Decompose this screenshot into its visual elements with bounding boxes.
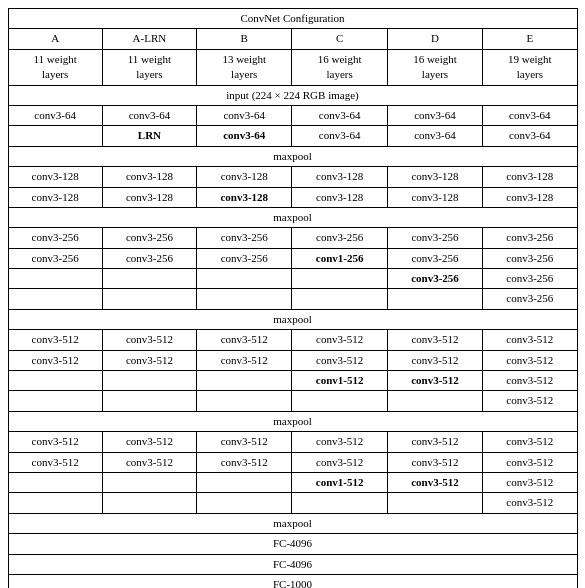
block3-row4: conv3-256 xyxy=(8,289,577,309)
col-alrn-layers: 11 weightlayers xyxy=(102,49,196,85)
col-e-label: E xyxy=(483,29,577,49)
b5r2-e: conv3-512 xyxy=(483,452,577,472)
b5r1-b: conv3-512 xyxy=(197,432,292,452)
col-c-label: C xyxy=(292,29,387,49)
col-b-label: B xyxy=(197,29,292,49)
b3r3-d: conv3-256 xyxy=(387,269,482,289)
b2r1-e: conv3-128 xyxy=(483,167,577,187)
fc2-label: FC-4096 xyxy=(8,554,577,574)
b5r4-e: conv3-512 xyxy=(483,493,577,513)
block5-row1: conv3-512 conv3-512 conv3-512 conv3-512 … xyxy=(8,432,577,452)
b1r2-c: conv3-64 xyxy=(292,126,387,146)
b3r2-d: conv3-256 xyxy=(387,248,482,268)
b3r3-a xyxy=(8,269,102,289)
block4-row3: conv1-512 conv3-512 conv3-512 xyxy=(8,371,577,391)
b3r1-a: conv3-256 xyxy=(8,228,102,248)
b3r4-e: conv3-256 xyxy=(483,289,577,309)
b1r2-alrn: LRN xyxy=(102,126,196,146)
b1r1-e: conv3-64 xyxy=(483,105,577,125)
col-e-layers: 19 weightlayers xyxy=(483,49,577,85)
b2r2-alrn: conv3-128 xyxy=(102,187,196,207)
b4r1-a: conv3-512 xyxy=(8,330,102,350)
b5r2-c: conv3-512 xyxy=(292,452,387,472)
col-layers-row: 11 weightlayers 11 weightlayers 13 weigh… xyxy=(8,49,577,85)
b5r3-d: conv3-512 xyxy=(387,472,482,492)
b2r2-e: conv3-128 xyxy=(483,187,577,207)
b4r2-c: conv3-512 xyxy=(292,350,387,370)
b5r2-alrn: conv3-512 xyxy=(102,452,196,472)
col-a-label: A xyxy=(8,29,102,49)
b3r2-alrn: conv3-256 xyxy=(102,248,196,268)
b3r4-alrn xyxy=(102,289,196,309)
block1-row2: LRN conv3-64 conv3-64 conv3-64 conv3-64 xyxy=(8,126,577,146)
b3r1-b: conv3-256 xyxy=(197,228,292,248)
b4r2-a: conv3-512 xyxy=(8,350,102,370)
b4r3-c: conv1-512 xyxy=(292,371,387,391)
fc1-row: FC-4096 xyxy=(8,534,577,554)
col-c-layers: 16 weightlayers xyxy=(292,49,387,85)
b2r1-d: conv3-128 xyxy=(387,167,482,187)
b4r2-e: conv3-512 xyxy=(483,350,577,370)
b5r4-c xyxy=(292,493,387,513)
maxpool2-label: maxpool xyxy=(8,207,577,227)
b4r1-c: conv3-512 xyxy=(292,330,387,350)
b4r2-d: conv3-512 xyxy=(387,350,482,370)
block4-row4: conv3-512 xyxy=(8,391,577,411)
b1r2-d: conv3-64 xyxy=(387,126,482,146)
b5r1-a: conv3-512 xyxy=(8,432,102,452)
maxpool1-row: maxpool xyxy=(8,146,577,166)
b2r2-b: conv3-128 xyxy=(197,187,292,207)
b3r2-c: conv1-256 xyxy=(292,248,387,268)
b3r2-b: conv3-256 xyxy=(197,248,292,268)
b4r3-alrn xyxy=(102,371,196,391)
b1r1-d: conv3-64 xyxy=(387,105,482,125)
input-row: input (224 × 224 RGB image) xyxy=(8,85,577,105)
block2-row2: conv3-128 conv3-128 conv3-128 conv3-128 … xyxy=(8,187,577,207)
block3-row3: conv3-256 conv3-256 xyxy=(8,269,577,289)
title-row: ConvNet Configuration xyxy=(8,9,577,29)
b4r4-e: conv3-512 xyxy=(483,391,577,411)
b4r4-d xyxy=(387,391,482,411)
b3r1-alrn: conv3-256 xyxy=(102,228,196,248)
maxpool3-label: maxpool xyxy=(8,309,577,329)
fc1-label: FC-4096 xyxy=(8,534,577,554)
b1r2-b: conv3-64 xyxy=(197,126,292,146)
block5-row2: conv3-512 conv3-512 conv3-512 conv3-512 … xyxy=(8,452,577,472)
maxpool2-row: maxpool xyxy=(8,207,577,227)
b2r1-alrn: conv3-128 xyxy=(102,167,196,187)
b5r1-alrn: conv3-512 xyxy=(102,432,196,452)
maxpool1-label: maxpool xyxy=(8,146,577,166)
convnet-table: ConvNet Configuration A A-LRN B C D E 11… xyxy=(8,8,578,588)
b5r4-a xyxy=(8,493,102,513)
block5-row3: conv1-512 conv3-512 conv3-512 xyxy=(8,472,577,492)
b1r2-a xyxy=(8,126,102,146)
b3r1-d: conv3-256 xyxy=(387,228,482,248)
b1r1-alrn: conv3-64 xyxy=(102,105,196,125)
b5r2-a: conv3-512 xyxy=(8,452,102,472)
block4-row1: conv3-512 conv3-512 conv3-512 conv3-512 … xyxy=(8,330,577,350)
maxpool4-row: maxpool xyxy=(8,411,577,431)
b5r3-alrn xyxy=(102,472,196,492)
b3r1-e: conv3-256 xyxy=(483,228,577,248)
b1r2-e: conv3-64 xyxy=(483,126,577,146)
b2r2-a: conv3-128 xyxy=(8,187,102,207)
b3r1-c: conv3-256 xyxy=(292,228,387,248)
b3r2-a: conv3-256 xyxy=(8,248,102,268)
col-d-layers: 16 weightlayers xyxy=(387,49,482,85)
table-title: ConvNet Configuration xyxy=(8,9,577,29)
b1r1-b: conv3-64 xyxy=(197,105,292,125)
b4r4-b xyxy=(197,391,292,411)
b5r4-d xyxy=(387,493,482,513)
b5r3-b xyxy=(197,472,292,492)
b4r3-a xyxy=(8,371,102,391)
b3r3-b xyxy=(197,269,292,289)
b4r4-a xyxy=(8,391,102,411)
b1r1-c: conv3-64 xyxy=(292,105,387,125)
b5r3-c: conv1-512 xyxy=(292,472,387,492)
b2r2-c: conv3-128 xyxy=(292,187,387,207)
col-label-row: A A-LRN B C D E xyxy=(8,29,577,49)
b2r1-c: conv3-128 xyxy=(292,167,387,187)
b2r2-d: conv3-128 xyxy=(387,187,482,207)
b4r1-d: conv3-512 xyxy=(387,330,482,350)
b5r1-e: conv3-512 xyxy=(483,432,577,452)
